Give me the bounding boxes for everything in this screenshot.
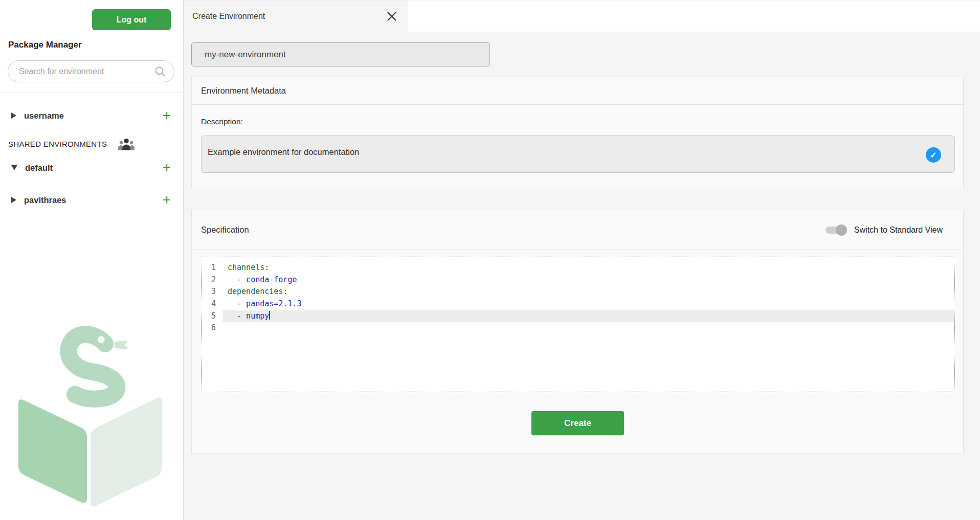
sidebar-item-username[interactable]: username + [0, 107, 183, 124]
add-environment-button[interactable]: + [163, 108, 171, 123]
metadata-section-header: Environment Metadata [192, 77, 963, 105]
yaml-token: - numpy [228, 311, 269, 321]
line-number: 6 [202, 322, 223, 334]
toggle-thumb[interactable] [836, 224, 847, 236]
editor-line[interactable]: 5 - numpy [202, 310, 954, 323]
snake-eye [98, 336, 105, 344]
specification-section-header: Specification Switch to Standard View [192, 210, 963, 250]
specification-section: Specification Switch to Standard View 1c… [191, 210, 964, 454]
standard-view-toggle[interactable] [825, 224, 847, 236]
toggle-label: Switch to Standard View [854, 225, 943, 235]
editor-line[interactable]: 2 - conda-forge [202, 274, 954, 286]
main-content: Create Environment Environment Metadata … [184, 0, 980, 520]
text-cursor [269, 311, 270, 320]
tab-bar-empty-area [408, 1, 980, 32]
sidebar: Log out Package Manager username + SHARE… [0, 0, 184, 520]
line-code[interactable]: channels: [223, 262, 954, 274]
environment-name-input[interactable] [191, 42, 490, 66]
yaml-token: - conda-forge [228, 275, 297, 284]
chevron-icon[interactable] [11, 112, 16, 119]
description-textarea[interactable]: Example environment for documentation [202, 136, 954, 172]
shared-environments-label: SHARED ENVIRONMENTS [8, 140, 107, 148]
description-label: Description: [201, 117, 243, 126]
shared-environments-header: SHARED ENVIRONMENTS [0, 135, 183, 152]
chevron-icon[interactable] [11, 165, 17, 170]
yaml-token: channels: [228, 263, 269, 272]
tab-bar: Create Environment [184, 0, 980, 32]
editor-line[interactable]: 3dependencies: [202, 286, 954, 298]
editor-line[interactable]: 1channels: [202, 262, 954, 274]
line-code[interactable]: dependencies: [223, 286, 954, 298]
namespace-label: default [25, 163, 53, 173]
sidebar-item-default[interactable]: default + [0, 159, 183, 176]
description-field-wrap: Example environment for documentation ✓ [201, 135, 955, 173]
namespace-label: username [24, 111, 64, 121]
close-icon[interactable] [387, 11, 397, 21]
search-icon [154, 66, 166, 77]
metadata-section-title: Environment Metadata [201, 86, 286, 96]
line-number: 3 [202, 286, 223, 298]
view-toggle-wrap: Switch to Standard View [825, 224, 943, 236]
line-number: 4 [202, 298, 223, 310]
tab-create-environment[interactable]: Create Environment [184, 1, 408, 32]
search-input[interactable] [19, 67, 154, 76]
add-environment-button[interactable]: + [163, 161, 171, 175]
editor-line[interactable]: 6 [202, 322, 954, 334]
line-number: 1 [202, 262, 223, 274]
yaml-token: dependencies: [228, 287, 287, 296]
environment-metadata-section: Environment Metadata Description: Exampl… [191, 77, 964, 188]
editor-line[interactable]: 4 - pandas=2.1.3 [202, 298, 954, 310]
group-icon [118, 138, 135, 150]
line-code[interactable]: - numpy [223, 310, 954, 323]
chevron-icon[interactable] [11, 197, 16, 203]
yaml-editor[interactable]: 1channels:2 - conda-forge3dependencies:4… [201, 257, 955, 392]
environment-search[interactable] [8, 60, 174, 82]
yaml-token: - pandas=2.1.3 [228, 299, 302, 308]
specification-section-title: Specification [201, 225, 249, 235]
spec-editor-lines: 1channels:2 - conda-forge3dependencies:4… [202, 262, 954, 334]
conda-store-logo [11, 323, 168, 506]
line-number: 5 [202, 310, 223, 323]
tab-title: Create Environment [192, 12, 265, 21]
line-code[interactable]: - conda-forge [223, 274, 954, 286]
line-code[interactable]: - pandas=2.1.3 [223, 298, 954, 310]
add-environment-button[interactable]: + [163, 193, 171, 207]
namespace-label: pavithraes [24, 195, 66, 205]
package-manager-title: Package Manager [8, 40, 82, 50]
valid-check-icon: ✓ [926, 147, 941, 163]
line-number: 2 [202, 274, 223, 286]
logout-button[interactable]: Log out [92, 9, 171, 30]
sidebar-divider [0, 92, 183, 93]
line-code[interactable] [223, 322, 954, 334]
create-button[interactable]: Create [531, 411, 624, 435]
sidebar-item-pavithraes[interactable]: pavithraes + [0, 191, 183, 209]
